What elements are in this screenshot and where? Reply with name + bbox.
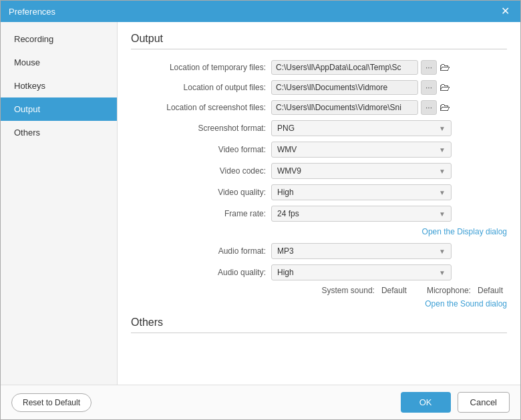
sidebar-item-output[interactable]: Output (1, 97, 117, 121)
video-quality-select[interactable]: High ▼ (271, 184, 452, 200)
temp-files-group: C:\Users\ll\AppData\Local\Temp\Sc ··· 🗁 (271, 60, 507, 75)
temp-files-value: C:\Users\ll\AppData\Local\Temp\Sc (271, 60, 418, 75)
cancel-button[interactable]: Cancel (458, 392, 510, 413)
content-area: Output Location of temporary files: C:\U… (118, 22, 520, 385)
output-files-group: C:\Users\ll\Documents\Vidmore ··· 🗁 (271, 80, 507, 95)
output-files-row: Location of output files: C:\Users\ll\Do… (131, 80, 507, 95)
open-sound-dialog-link[interactable]: Open the Sound dialog (425, 299, 507, 308)
screenshot-format-select[interactable]: PNG ▼ (271, 120, 452, 136)
sound-dialog-row: Open the Sound dialog (131, 299, 507, 308)
video-format-chevron-icon: ▼ (439, 146, 446, 154)
preferences-window: Preferences ✕ Recording Mouse Hotkeys Ou… (0, 0, 521, 420)
frame-rate-select[interactable]: 24 fps ▼ (271, 206, 452, 222)
screenshot-files-row: Location of screenshot files: C:\Users\l… (131, 100, 507, 115)
screenshot-files-label: Location of screenshot files: (131, 103, 271, 112)
temp-files-row: Location of temporary files: C:\Users\ll… (131, 60, 507, 75)
audio-quality-row: Audio quality: High ▼ (131, 264, 507, 280)
video-codec-label: Video codec: (131, 166, 271, 176)
frame-rate-row: Frame rate: 24 fps ▼ (131, 206, 507, 222)
close-button[interactable]: ✕ (498, 5, 512, 18)
window-title: Preferences (9, 7, 55, 17)
footer: Reset to Default OK Cancel (1, 385, 520, 419)
system-sound-label: System sound: (322, 286, 375, 295)
sidebar-item-mouse[interactable]: Mouse (1, 51, 117, 74)
screenshot-files-group: C:\Users\ll\Documents\Vidmore\Sni ··· 🗁 (271, 100, 507, 115)
audio-quality-chevron-icon: ▼ (439, 269, 446, 276)
screenshot-format-chevron-icon: ▼ (439, 125, 446, 132)
video-format-row: Video format: WMV ▼ (131, 142, 507, 158)
output-files-value: C:\Users\ll\Documents\Vidmore (271, 80, 418, 95)
video-codec-select[interactable]: WMV9 ▼ (271, 163, 452, 179)
audio-format-group: MP3 ▼ (271, 243, 507, 259)
screenshot-format-group: PNG ▼ (271, 120, 507, 136)
output-files-dots-button[interactable]: ··· (421, 80, 437, 95)
audio-format-label: Audio format: (131, 246, 271, 256)
ok-button[interactable]: OK (401, 392, 451, 413)
frame-rate-chevron-icon: ▼ (439, 210, 446, 218)
video-codec-group: WMV9 ▼ (271, 163, 507, 179)
video-format-select[interactable]: WMV ▼ (271, 142, 452, 158)
audio-quality-select[interactable]: High ▼ (271, 264, 452, 280)
sidebar-item-others[interactable]: Others (1, 121, 117, 144)
screenshot-files-folder-button[interactable]: 🗁 (440, 101, 450, 114)
audio-format-select[interactable]: MP3 ▼ (271, 243, 452, 259)
video-codec-chevron-icon: ▼ (439, 168, 446, 175)
open-display-dialog-link[interactable]: Open the Display dialog (422, 227, 507, 236)
video-format-group: WMV ▼ (271, 142, 507, 158)
body: Recording Mouse Hotkeys Output Others Ou… (1, 22, 520, 385)
title-bar: Preferences ✕ (1, 1, 520, 22)
sidebar: Recording Mouse Hotkeys Output Others (1, 22, 118, 385)
sidebar-item-hotkeys[interactable]: Hotkeys (1, 74, 117, 97)
footer-right-buttons: OK Cancel (401, 392, 510, 413)
frame-rate-group: 24 fps ▼ (271, 206, 507, 222)
audio-format-chevron-icon: ▼ (439, 248, 446, 255)
screenshot-format-row: Screenshot format: PNG ▼ (131, 120, 507, 136)
temp-files-dots-button[interactable]: ··· (421, 60, 437, 75)
video-quality-chevron-icon: ▼ (439, 189, 446, 196)
screenshot-format-label: Screenshot format: (131, 124, 271, 133)
output-files-folder-button[interactable]: 🗁 (440, 81, 450, 93)
sidebar-item-recording[interactable]: Recording (1, 27, 117, 51)
screenshot-files-dots-button[interactable]: ··· (421, 100, 437, 115)
video-codec-row: Video codec: WMV9 ▼ (131, 163, 507, 179)
video-quality-label: Video quality: (131, 188, 271, 197)
video-format-label: Video format: (131, 145, 271, 154)
temp-files-folder-button[interactable]: 🗁 (440, 61, 450, 73)
audio-format-row: Audio format: MP3 ▼ (131, 243, 507, 259)
audio-quality-group: High ▼ (271, 264, 507, 280)
video-quality-row: Video quality: High ▼ (131, 184, 507, 200)
microphone-label: Microphone: (427, 286, 471, 295)
reset-to-default-button[interactable]: Reset to Default (11, 393, 92, 412)
audio-quality-label: Audio quality: (131, 268, 271, 277)
display-dialog-row: Open the Display dialog (131, 227, 507, 236)
output-files-label: Location of output files: (131, 83, 271, 92)
output-section-title: Output (131, 33, 507, 49)
temp-files-label: Location of temporary files: (131, 63, 271, 72)
system-sound-value: Default (381, 286, 407, 295)
others-section-title: Others (131, 317, 507, 333)
others-section: Others (131, 317, 507, 333)
frame-rate-label: Frame rate: (131, 209, 271, 218)
microphone-value: Default (478, 286, 503, 295)
screenshot-files-value: C:\Users\ll\Documents\Vidmore\Sni (271, 100, 418, 115)
system-sound-row: System sound: Default Microphone: Defaul… (131, 286, 507, 295)
video-quality-group: High ▼ (271, 184, 507, 200)
